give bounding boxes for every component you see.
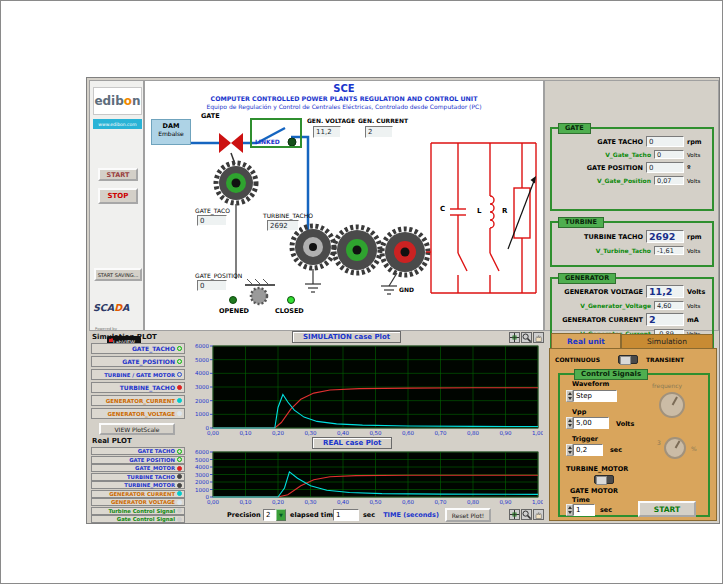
tab-real-unit[interactable]: Real unit <box>551 333 621 348</box>
legend-item[interactable]: GATE_MOTOR <box>91 464 185 472</box>
generator-gear-icon <box>382 229 428 275</box>
legend-item[interactable]: GATE_TACHO <box>91 343 185 354</box>
indicator-value: 0 <box>646 136 684 147</box>
precision-dropdown[interactable]: 2 ▼ <box>263 509 286 521</box>
turbine-motor-toggle[interactable] <box>594 475 614 484</box>
zoom-magnifier-icon[interactable] <box>521 509 532 520</box>
reset-plot-button[interactable]: Reset Plot! <box>445 508 491 522</box>
legend-label: GATE POSITION <box>129 457 175 463</box>
app-window: edibon www.edibon.com START STOP START S… <box>86 77 720 524</box>
mode-toggle[interactable] <box>618 355 638 364</box>
indicator-row: GENERATOR CURRENT2mA <box>552 313 712 326</box>
zoom-crosshair-icon[interactable] <box>509 509 520 520</box>
legend-label: GATE_MOTOR <box>135 465 175 471</box>
tab-simulation[interactable]: Simulation <box>621 334 713 348</box>
legend-dot <box>177 449 182 454</box>
legend-label: TURBINE TACHO <box>127 474 175 480</box>
legend-item[interactable]: TURBINE_MOTOR <box>91 481 185 489</box>
zoom-crosshair-icon[interactable] <box>509 332 520 343</box>
elaps​ed-time-input[interactable]: 1 <box>333 509 359 521</box>
svg-text:0,00: 0,00 <box>207 430 220 436</box>
indicator-label: V_Gate_Position <box>597 177 651 184</box>
legend-item[interactable]: GATE POSITION <box>91 456 185 464</box>
turbine-group-title: TURBINE <box>558 217 604 228</box>
gen-voltage-value: 11,2 <box>313 126 341 138</box>
svg-text:0,50: 0,50 <box>369 430 382 436</box>
legend-dot <box>177 359 182 364</box>
vpp-unit: Volts <box>616 420 634 428</box>
indicator-label: V_Turbine_Tacho <box>596 247 651 254</box>
svg-text:4000: 4000 <box>195 464 209 470</box>
dam-box: DAM Embalse <box>151 119 191 145</box>
zoom-magnifier-icon[interactable] <box>521 332 532 343</box>
linked-switch[interactable]: LINKED <box>250 118 302 148</box>
legend-item[interactable]: TURBINE TACHO <box>91 473 185 481</box>
scada-text-a: A <box>122 302 129 313</box>
legend-item[interactable]: GATE_POSITION <box>91 356 185 367</box>
spinner-arrows-icon[interactable] <box>566 504 573 516</box>
legend-item[interactable]: TURBINE / GATE MOTOR <box>91 369 185 380</box>
ground-symbol <box>305 269 321 292</box>
trigger-input[interactable]: 0,2 <box>566 444 603 456</box>
turbine-group: TURBINE TURBINE TACHO2692rpm V_Turbine_T… <box>550 221 714 267</box>
indicator-label: GENERATOR CURRENT <box>562 316 643 324</box>
legend-item[interactable]: GENERATOR CURRENT <box>91 490 185 498</box>
closed-label: CLOSED <box>275 307 304 315</box>
view-plotscale-button[interactable]: VIEW PlotScale <box>99 423 175 435</box>
svg-text:4000: 4000 <box>195 370 209 376</box>
frequency-knob[interactable] <box>659 392 685 418</box>
waveform-select[interactable]: Step <box>566 390 617 402</box>
time-unit: sec <box>600 506 612 514</box>
legend-label: GENERATOR_VOLTAGE <box>108 411 175 417</box>
start-motor-button[interactable]: START <box>638 501 696 517</box>
legend-item[interactable]: GENERATOR VOLTAGE <box>91 498 185 506</box>
indicator-row: GENERATOR VOLTAGE11,2Volts <box>552 285 712 298</box>
legend-dot <box>177 491 182 496</box>
real-plot-tools <box>509 509 544 520</box>
gate-rack-icon <box>245 279 275 304</box>
legend-item[interactable]: GENERATOR_CURRENT <box>91 395 185 406</box>
spinner-arrows-icon[interactable] <box>566 417 573 429</box>
legend-item[interactable]: Gate Control Signal <box>91 515 185 523</box>
svg-text:5000: 5000 <box>195 357 209 363</box>
indicator-unit: Volts <box>687 288 707 296</box>
legend-item[interactable]: GATE TACHO <box>91 447 185 455</box>
vpp-input[interactable]: 5,00 <box>566 417 609 429</box>
edibon-logo: edibon <box>93 87 142 115</box>
waveform-value: Step <box>573 390 617 402</box>
spinner-arrows-icon[interactable] <box>566 444 573 456</box>
gate-group-title: GATE <box>558 123 591 134</box>
legend-dot <box>177 474 182 479</box>
legend-dot <box>177 500 182 505</box>
logo-o: o <box>124 94 132 108</box>
sim-chart[interactable]: 60005000400030002000100000,000,100,200,3… <box>195 344 543 437</box>
legend-item[interactable]: TURBINE_TACHO <box>91 382 185 393</box>
control-panel: Real unit Simulation CONTINUOUS TRANSIEN… <box>547 331 719 523</box>
time-input[interactable]: 1 <box>566 504 595 516</box>
stop-button[interactable]: STOP <box>98 188 138 204</box>
pan-hand-icon[interactable] <box>533 332 544 343</box>
svg-text:2000: 2000 <box>195 398 209 404</box>
sidebar: edibon www.edibon.com START STOP START S… <box>89 80 144 331</box>
pan-hand-icon[interactable] <box>533 509 544 520</box>
real-plot-legend-title: Real PLOT <box>92 437 132 445</box>
start-button[interactable]: START <box>98 168 138 181</box>
svg-text:0,00: 0,00 <box>207 499 220 505</box>
svg-text:0,10: 0,10 <box>239 499 252 505</box>
svg-text:6000: 6000 <box>195 450 209 455</box>
gnd-symbol <box>381 273 397 294</box>
start-saving-button[interactable]: START SAVING... <box>94 268 142 281</box>
legend-label: GENERATOR_CURRENT <box>106 398 175 404</box>
precision-label: Precision <box>227 511 261 519</box>
spinner-arrows-icon[interactable] <box>566 390 573 402</box>
svg-text:0,90: 0,90 <box>499 430 512 436</box>
indicator-label: V_Generator_Voltage <box>580 302 651 309</box>
legend-item[interactable]: GENERATOR_VOLTAGE <box>91 408 185 419</box>
percent-knob[interactable] <box>664 437 686 459</box>
opened-label: OPENED <box>219 307 249 315</box>
scada-text-d: D <box>114 302 122 313</box>
indicator-value: 2692 <box>646 230 684 243</box>
legend-item[interactable]: Turbine Control Signal <box>91 507 185 515</box>
real-chart[interactable]: 60005000400030002000100000,000,100,200,3… <box>195 450 543 506</box>
vpp-value: 5,00 <box>573 417 609 429</box>
